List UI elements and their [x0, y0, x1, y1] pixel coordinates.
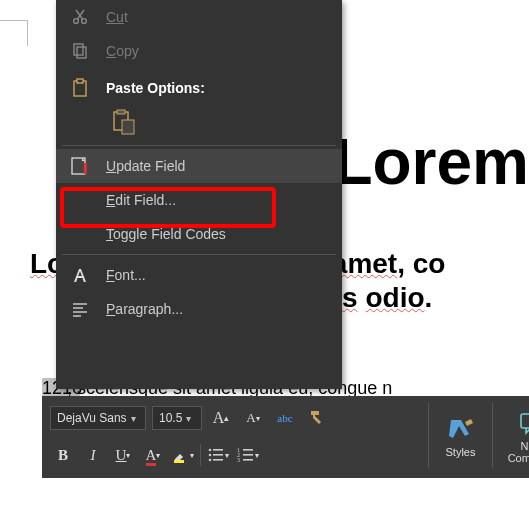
page-margin-guide [0, 20, 28, 46]
styles-label: Styles [446, 446, 476, 458]
svg-rect-0 [174, 460, 184, 463]
bold-button[interactable]: B [50, 442, 76, 468]
font-icon [68, 263, 92, 287]
svg-point-3 [209, 454, 212, 457]
font-size-combo[interactable]: 10.5 ▾ [152, 406, 202, 430]
font-name-value: DejaVu Sans [57, 411, 127, 425]
format-painter-button[interactable] [304, 405, 330, 431]
menu-separator [62, 254, 336, 255]
svg-rect-19 [77, 47, 86, 58]
comment-icon [518, 406, 530, 440]
svg-rect-13 [521, 414, 530, 428]
cut-icon [68, 5, 92, 29]
menu-update-field[interactable]: Update Field [56, 149, 342, 183]
underline-button[interactable]: U▾ [110, 442, 136, 468]
menu-separator [62, 145, 336, 146]
svg-rect-26 [84, 163, 87, 174]
svg-text:3: 3 [237, 457, 240, 463]
paste-options-heading: Paste Options: [56, 74, 342, 102]
context-menu: Cut Copy Paste Options: Update Field Edi… [56, 0, 342, 389]
styles-icon [447, 412, 475, 446]
font-name-combo[interactable]: DejaVu Sans ▾ [50, 406, 146, 430]
svg-point-17 [82, 19, 87, 24]
grow-font-button[interactable]: A▴ [208, 405, 234, 431]
svg-rect-4 [213, 454, 223, 456]
new-comment-button[interactable]: New Comment [492, 402, 529, 468]
svg-rect-24 [122, 120, 134, 134]
mini-toolbar: DejaVu Sans ▾ 10.5 ▾ A▴ A▾ abc B I U▾ A▾… [42, 396, 529, 478]
new-comment-label-2: Comment [508, 452, 529, 464]
svg-rect-8 [243, 449, 253, 451]
chevron-down-icon: ▾ [186, 413, 191, 424]
svg-rect-10 [243, 454, 253, 456]
copy-icon [68, 39, 92, 63]
font-color-button[interactable]: A▾ [140, 442, 166, 468]
svg-point-5 [209, 459, 212, 462]
proofing-button[interactable]: abc [272, 405, 298, 431]
svg-rect-23 [117, 110, 125, 114]
styles-pane-button[interactable]: Styles [428, 402, 492, 468]
new-comment-label-1: New [520, 440, 529, 452]
paragraph-icon [68, 297, 92, 321]
paste-options-label: Paste Options: [106, 80, 205, 96]
shrink-font-button[interactable]: A▾ [240, 405, 266, 431]
svg-rect-12 [243, 459, 253, 461]
menu-cut-label: Cu [106, 9, 124, 25]
svg-rect-18 [74, 44, 83, 55]
update-field-icon [68, 154, 92, 178]
menu-paragraph[interactable]: Paragraph... [56, 292, 342, 326]
menu-cut: Cut [56, 0, 342, 34]
menu-edit-field[interactable]: Edit Field... [56, 183, 342, 217]
bullets-button[interactable]: ▾ [205, 442, 231, 468]
highlight-color-button[interactable]: ▾ [170, 442, 196, 468]
menu-toggle-field-codes[interactable]: Toggle Field Codes [56, 217, 342, 251]
paste-keep-source-button[interactable] [106, 105, 142, 139]
chevron-down-icon: ▾ [131, 413, 136, 424]
svg-point-1 [209, 449, 212, 452]
menu-copy: Copy [56, 34, 342, 68]
svg-rect-2 [213, 449, 223, 451]
svg-rect-6 [213, 459, 223, 461]
italic-button[interactable]: I [80, 442, 106, 468]
clipboard-icon [68, 76, 92, 100]
menu-font[interactable]: Font... [56, 258, 342, 292]
svg-rect-21 [77, 79, 83, 83]
numbering-button[interactable]: 123▾ [235, 442, 261, 468]
svg-point-16 [74, 19, 79, 24]
font-size-value: 10.5 [159, 411, 182, 425]
